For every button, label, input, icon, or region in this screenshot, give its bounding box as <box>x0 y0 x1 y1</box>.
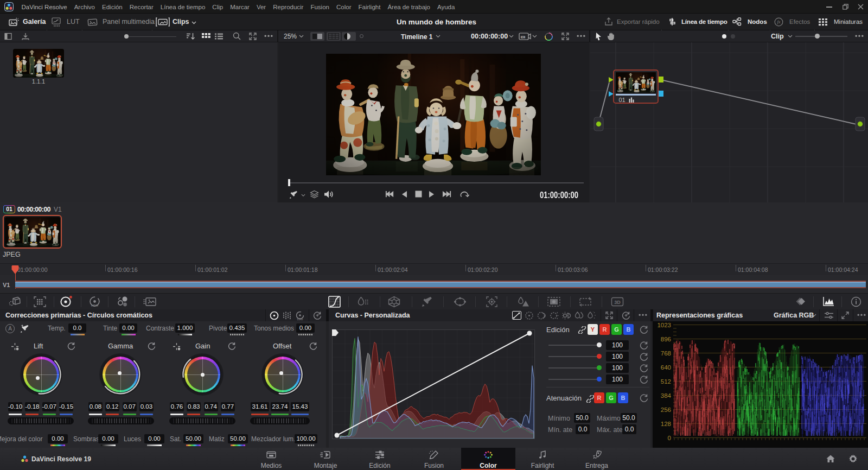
svg-text:fx: fx <box>777 19 780 24</box>
svg-text:256: 256 <box>661 407 671 413</box>
svg-text:0: 0 <box>668 435 671 441</box>
svg-text:01:00:01:18: 01:00:01:18 <box>288 266 318 273</box>
svg-text:128: 128 <box>661 421 671 427</box>
svg-text:01:00:02:04: 01:00:02:04 <box>378 266 408 273</box>
svg-text:01:00:00:00: 01:00:00:00 <box>17 266 48 273</box>
svg-text:896: 896 <box>661 336 671 342</box>
svg-text:01:00:04:24: 01:00:04:24 <box>828 266 858 273</box>
svg-text:01:00:04:08: 01:00:04:08 <box>738 266 768 273</box>
svg-text:384: 384 <box>661 392 672 399</box>
svg-text:01:00:03:22: 01:00:03:22 <box>648 266 678 273</box>
svg-text:512: 512 <box>661 378 671 385</box>
svg-text:01:00:01:02: 01:00:01:02 <box>197 266 228 273</box>
svg-text:1023: 1023 <box>657 322 671 328</box>
svg-text:HDR: HDR <box>91 304 99 307</box>
svg-text:01:00:00:16: 01:00:00:16 <box>107 266 138 273</box>
svg-text:768: 768 <box>661 350 671 357</box>
svg-text:640: 640 <box>661 364 671 371</box>
svg-text:3D: 3D <box>614 300 621 305</box>
svg-text:LOG: LOG <box>297 317 303 321</box>
svg-text:01:00:03:06: 01:00:03:06 <box>558 266 588 273</box>
svg-text:HQ: HQ <box>521 36 525 39</box>
svg-text:01:00:02:20: 01:00:02:20 <box>468 266 498 273</box>
